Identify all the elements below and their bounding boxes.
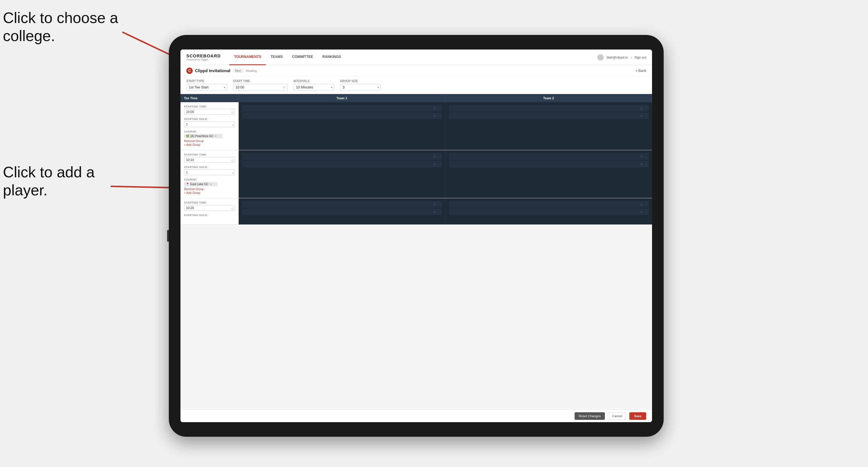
starting-time-input-3[interactable] bbox=[184, 205, 235, 211]
slot-dots-icon-4-2[interactable]: ⋮ bbox=[644, 162, 647, 166]
player-slot-2-1[interactable]: ✕ ⋮ bbox=[449, 105, 649, 112]
course-remove-2[interactable]: ✕ bbox=[210, 183, 212, 186]
slot-x-icon-1-1[interactable]: ✕ bbox=[433, 107, 436, 110]
player-slot-1-2[interactable]: ✕ ⋮ bbox=[242, 113, 441, 119]
brand-logo: C bbox=[186, 67, 193, 74]
reset-changes-button[interactable]: Reset Changes bbox=[575, 412, 605, 420]
remove-group-1[interactable]: Remove Group bbox=[184, 139, 235, 143]
nav-links: TOURNAMENTS TEAMS COMMITTEE RANKINGS bbox=[229, 50, 597, 65]
brand-sub: Powered by clippd bbox=[186, 58, 221, 61]
tournament-badge: Men bbox=[232, 68, 243, 73]
slot-dots-icon-3-1[interactable]: ⋮ bbox=[437, 155, 440, 158]
slot-dots-icon-5-1[interactable]: ⋮ bbox=[437, 203, 440, 206]
table-header: Tee Time Team 1 Team 2 bbox=[181, 94, 652, 102]
bottom-bar: Reset Changes Cancel Save bbox=[181, 410, 652, 422]
intervals-select-wrapper: 10 Minutes 5 Minutes 15 Minutes bbox=[293, 84, 334, 91]
group-row-3: STARTING TIME: STARTING HOLE: ✕ ⋮ ✕ bbox=[181, 198, 652, 225]
slot-x-icon-3-1[interactable]: ✕ bbox=[433, 155, 436, 158]
player-slot-2-2[interactable]: ✕ ⋮ bbox=[449, 113, 649, 119]
slot-dots-icon-1-1[interactable]: ⋮ bbox=[437, 107, 440, 110]
player-slot-1-1[interactable]: ✕ ⋮ bbox=[242, 105, 441, 112]
th-team2: Team 2 bbox=[445, 94, 652, 102]
player-slot-5-1[interactable]: ✕ ⋮ bbox=[242, 201, 441, 208]
course-edit-2[interactable]: ⋮ bbox=[213, 183, 216, 186]
slot-dots-icon-6-2[interactable]: ⋮ bbox=[644, 211, 647, 214]
start-type-label: Start Type bbox=[186, 80, 227, 83]
starting-time-wrap-2 bbox=[184, 157, 235, 164]
slot-dots-icon-3-2[interactable]: ⋮ bbox=[437, 162, 440, 166]
start-type-group: Start Type 1st Tee Start Shotgun Start bbox=[186, 80, 227, 91]
course-remove-1[interactable]: ✕ bbox=[215, 134, 217, 138]
main-content: STARTING TIME: STARTING HOLE: 1 COURSE: … bbox=[181, 102, 652, 410]
save-button[interactable]: Save bbox=[629, 412, 646, 420]
sign-out-link[interactable]: Sign out bbox=[634, 56, 646, 59]
starting-time-input-2[interactable] bbox=[184, 157, 235, 163]
player-slot-5-2[interactable]: ✕ ⋮ bbox=[242, 209, 441, 215]
slot-dots-icon-2-1[interactable]: ⋮ bbox=[644, 107, 647, 110]
brand-title: SCOREBOARD bbox=[186, 53, 221, 58]
starting-hole-label-3: STARTING HOLE: bbox=[184, 214, 235, 217]
group-size-select[interactable]: 3 4 2 bbox=[340, 84, 381, 91]
course-icon-1: 🌿 bbox=[186, 134, 189, 138]
slot-x-icon-1-2[interactable]: ✕ bbox=[433, 115, 436, 118]
start-time-group: Start Time ⏱ bbox=[233, 80, 287, 91]
group-size-group: Group Size 3 4 2 bbox=[340, 80, 381, 91]
slot-dots-icon-4-1[interactable]: ⋮ bbox=[644, 155, 647, 158]
slot-x-icon-6-1[interactable]: ✕ bbox=[640, 203, 643, 206]
slot-dots-icon-6-1[interactable]: ⋮ bbox=[644, 203, 647, 206]
slot-dots-icon-1-2[interactable]: ⋮ bbox=[437, 115, 440, 118]
starting-hole-select-1[interactable]: 1 bbox=[184, 121, 235, 127]
starting-hole-select-2[interactable]: 1 bbox=[184, 169, 235, 175]
slot-x-icon-5-1[interactable]: ✕ bbox=[433, 203, 436, 206]
starting-hole-label-2: STARTING HOLE: bbox=[184, 166, 235, 168]
nav-link-rankings[interactable]: RANKINGS bbox=[317, 50, 345, 65]
start-time-input[interactable] bbox=[233, 84, 287, 91]
player-slot-3-1[interactable]: ✕ ⋮ bbox=[242, 153, 441, 160]
starting-time-input-1[interactable] bbox=[184, 109, 235, 115]
add-group-1[interactable]: + Add Group bbox=[184, 143, 235, 147]
nav-link-teams[interactable]: TEAMS bbox=[266, 50, 287, 65]
slot-x-icon-6-2[interactable]: ✕ bbox=[640, 211, 643, 214]
nav-bar: SCOREBOARD Powered by clippd TOURNAMENTS… bbox=[181, 50, 652, 65]
slot-dots-icon-2-2[interactable]: ⋮ bbox=[644, 115, 647, 118]
annotation-college: Click to choose a college. bbox=[3, 9, 125, 45]
slot-x-icon-4-1[interactable]: ✕ bbox=[640, 155, 643, 158]
team2-cell-2: ✕ ⋮ ✕ ⋮ bbox=[445, 150, 652, 198]
course-icon-2: 📍 bbox=[186, 183, 189, 186]
slot-x-icon-2-2[interactable]: ✕ bbox=[640, 115, 643, 118]
player-slot-4-1[interactable]: ✕ ⋮ bbox=[449, 153, 649, 160]
tee-time-col-2: STARTING TIME: STARTING HOLE: 1 COURSE: … bbox=[181, 150, 239, 198]
slot-x-icon-2-1[interactable]: ✕ bbox=[640, 107, 643, 110]
course-name-2: East Lake GC bbox=[190, 183, 209, 186]
intervals-select[interactable]: 10 Minutes 5 Minutes 15 Minutes bbox=[293, 84, 334, 91]
intervals-group: Intervals 10 Minutes 5 Minutes 15 Minute… bbox=[293, 80, 334, 91]
starting-time-wrap-1 bbox=[184, 109, 235, 117]
nav-link-committee[interactable]: COMMITTEE bbox=[287, 50, 317, 65]
course-edit-1[interactable]: ⋮ bbox=[218, 134, 221, 138]
back-button[interactable]: < Back bbox=[636, 69, 646, 73]
th-tee-time: Tee Time bbox=[181, 94, 239, 102]
user-email: blair@clippd.io bbox=[607, 56, 627, 59]
remove-group-2[interactable]: Remove Group bbox=[184, 187, 235, 191]
annotation-player: Click to add a player. bbox=[3, 163, 114, 199]
user-avatar bbox=[597, 54, 604, 61]
player-slot-4-2[interactable]: ✕ ⋮ bbox=[449, 161, 649, 167]
slot-x-icon-3-2[interactable]: ✕ bbox=[433, 162, 436, 166]
cancel-button[interactable]: Cancel bbox=[608, 412, 626, 420]
slot-x-icon-4-2[interactable]: ✕ bbox=[640, 162, 643, 166]
team1-cell-2: ✕ ⋮ ✕ ⋮ bbox=[239, 150, 445, 198]
slot-dots-icon-5-2[interactable]: ⋮ bbox=[437, 211, 440, 214]
player-slot-6-2[interactable]: ✕ ⋮ bbox=[449, 209, 649, 215]
start-time-input-wrapper: ⏱ bbox=[233, 84, 287, 91]
start-type-select[interactable]: 1st Tee Start Shotgun Start bbox=[186, 84, 227, 91]
player-slot-6-1[interactable]: ✕ ⋮ bbox=[449, 201, 649, 208]
slot-x-icon-5-2[interactable]: ✕ bbox=[433, 211, 436, 214]
add-group-2[interactable]: + Add Group bbox=[184, 191, 235, 194]
starting-time-wrap-3 bbox=[184, 205, 235, 213]
team2-cell-1: ✕ ⋮ ✕ ⋮ bbox=[445, 102, 652, 150]
tablet-frame: SCOREBOARD Powered by clippd TOURNAMENTS… bbox=[169, 35, 664, 437]
sub-header-left: C Clippd Invitational Men Hosting bbox=[186, 67, 257, 74]
tablet-side-button bbox=[167, 230, 169, 242]
nav-link-tournaments[interactable]: TOURNAMENTS bbox=[229, 50, 266, 65]
player-slot-3-2[interactable]: ✕ ⋮ bbox=[242, 161, 441, 167]
